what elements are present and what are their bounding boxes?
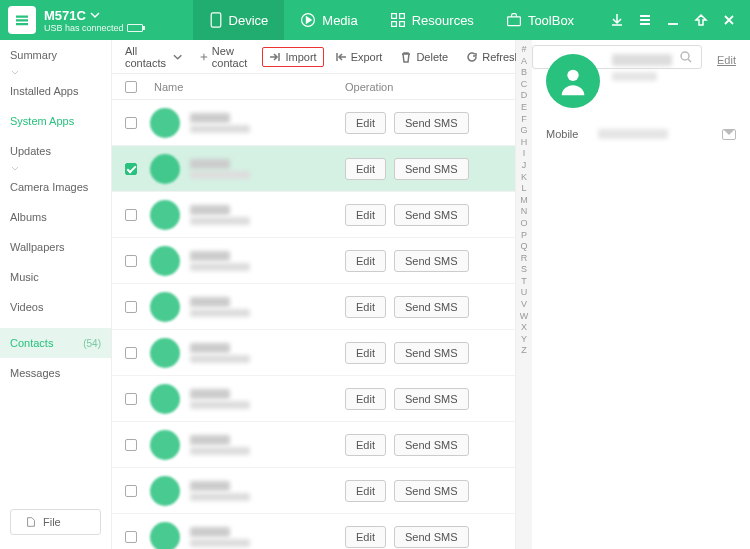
sidebar-item-albums[interactable]: Albums <box>0 202 111 232</box>
sidebar-item-updates[interactable]: Updates <box>0 136 111 166</box>
edit-button[interactable]: Edit <box>345 112 386 134</box>
alpha-H[interactable]: H <box>521 137 528 147</box>
alpha-F[interactable]: F <box>521 114 527 124</box>
alpha-#[interactable]: # <box>521 44 526 54</box>
alpha-V[interactable]: V <box>521 299 527 309</box>
alpha-J[interactable]: J <box>522 160 527 170</box>
download-icon[interactable] <box>610 13 624 27</box>
row-checkbox[interactable] <box>125 209 137 221</box>
alpha-R[interactable]: R <box>521 253 528 263</box>
col-name[interactable]: Name <box>150 81 345 93</box>
maximize-icon[interactable] <box>694 13 708 27</box>
edit-button[interactable]: Edit <box>345 434 386 456</box>
table-row[interactable]: EditSend SMS <box>112 238 515 284</box>
filter-all-contacts[interactable]: All contacts <box>118 41 189 73</box>
send-sms-button[interactable]: Send SMS <box>394 250 469 272</box>
alpha-Y[interactable]: Y <box>521 334 527 344</box>
alpha-G[interactable]: G <box>520 125 527 135</box>
delete-button[interactable]: Delete <box>393 47 455 67</box>
menu-icon[interactable] <box>638 13 652 27</box>
alpha-L[interactable]: L <box>521 183 526 193</box>
import-button[interactable]: Import <box>262 47 323 67</box>
sidebar-item-system-apps[interactable]: System Apps <box>0 106 111 136</box>
send-sms-button[interactable]: Send SMS <box>394 112 469 134</box>
alpha-W[interactable]: W <box>520 311 529 321</box>
edit-button[interactable]: Edit <box>345 388 386 410</box>
chevron-down-icon <box>90 10 100 20</box>
table-row[interactable]: EditSend SMS <box>112 514 515 549</box>
sidebar-item-videos[interactable]: Videos <box>0 292 111 322</box>
table-row[interactable]: EditSend SMS <box>112 192 515 238</box>
nav-device[interactable]: Device <box>193 0 285 40</box>
nav-toolbox[interactable]: ToolBox <box>490 0 590 40</box>
alpha-D[interactable]: D <box>521 90 528 100</box>
alpha-Z[interactable]: Z <box>521 345 527 355</box>
row-checkbox[interactable] <box>125 301 137 313</box>
alpha-K[interactable]: K <box>521 172 527 182</box>
alpha-A[interactable]: A <box>521 56 527 66</box>
mail-icon[interactable] <box>722 129 736 140</box>
edit-button[interactable]: Edit <box>345 296 386 318</box>
edit-contact-link[interactable]: Edit <box>717 54 736 66</box>
export-button[interactable]: Export <box>328 47 390 67</box>
send-sms-button[interactable]: Send SMS <box>394 158 469 180</box>
send-sms-button[interactable]: Send SMS <box>394 480 469 502</box>
nav-media[interactable]: Media <box>284 0 373 40</box>
file-button[interactable]: File <box>10 509 101 535</box>
edit-button[interactable]: Edit <box>345 204 386 226</box>
alpha-T[interactable]: T <box>521 276 527 286</box>
edit-button[interactable]: Edit <box>345 480 386 502</box>
minimize-icon[interactable] <box>666 13 680 27</box>
table-row[interactable]: EditSend SMS <box>112 376 515 422</box>
row-checkbox[interactable] <box>125 439 137 451</box>
alpha-B[interactable]: B <box>521 67 527 77</box>
table-row[interactable]: EditSend SMS <box>112 284 515 330</box>
send-sms-button[interactable]: Send SMS <box>394 204 469 226</box>
device-info[interactable]: M571C USB has connected <box>44 8 143 33</box>
nav-resources[interactable]: Resources <box>374 0 490 40</box>
edit-button[interactable]: Edit <box>345 250 386 272</box>
new-contact-button[interactable]: New contact <box>193 41 258 73</box>
table-row[interactable]: EditSend SMS <box>112 146 515 192</box>
table-row[interactable]: EditSend SMS <box>112 422 515 468</box>
row-checkbox[interactable] <box>125 485 137 497</box>
send-sms-button[interactable]: Send SMS <box>394 434 469 456</box>
close-icon[interactable] <box>722 13 736 27</box>
sidebar-item-messages[interactable]: Messages <box>0 358 111 388</box>
row-checkbox[interactable] <box>125 531 137 543</box>
sidebar-item-music[interactable]: Music <box>0 262 111 292</box>
table-row[interactable]: EditSend SMS <box>112 468 515 514</box>
send-sms-button[interactable]: Send SMS <box>394 388 469 410</box>
send-sms-button[interactable]: Send SMS <box>394 296 469 318</box>
sidebar-item-summary[interactable]: Summary <box>0 40 111 70</box>
edit-button[interactable]: Edit <box>345 342 386 364</box>
row-checkbox[interactable] <box>125 163 137 175</box>
row-checkbox[interactable] <box>125 347 137 359</box>
table-row[interactable]: EditSend SMS <box>112 330 515 376</box>
alpha-Q[interactable]: Q <box>520 241 527 251</box>
alpha-P[interactable]: P <box>521 230 527 240</box>
row-checkbox[interactable] <box>125 117 137 129</box>
svg-rect-0 <box>211 13 221 27</box>
alpha-U[interactable]: U <box>521 287 528 297</box>
select-all-checkbox[interactable] <box>125 81 137 93</box>
alpha-M[interactable]: M <box>520 195 528 205</box>
edit-button[interactable]: Edit <box>345 158 386 180</box>
alpha-X[interactable]: X <box>521 322 527 332</box>
alpha-C[interactable]: C <box>521 79 528 89</box>
alpha-I[interactable]: I <box>523 148 526 158</box>
alpha-O[interactable]: O <box>520 218 527 228</box>
row-checkbox[interactable] <box>125 255 137 267</box>
send-sms-button[interactable]: Send SMS <box>394 342 469 364</box>
sidebar-item-installed-apps[interactable]: Installed Apps <box>0 76 111 106</box>
alpha-S[interactable]: S <box>521 264 527 274</box>
edit-button[interactable]: Edit <box>345 526 386 548</box>
alpha-N[interactable]: N <box>521 206 528 216</box>
sidebar-item-camera-images[interactable]: Camera Images <box>0 172 111 202</box>
sidebar-item-contacts[interactable]: Contacts(54) <box>0 328 111 358</box>
row-checkbox[interactable] <box>125 393 137 405</box>
table-row[interactable]: EditSend SMS <box>112 100 515 146</box>
alpha-E[interactable]: E <box>521 102 527 112</box>
sidebar-item-wallpapers[interactable]: Wallpapers <box>0 232 111 262</box>
send-sms-button[interactable]: Send SMS <box>394 526 469 548</box>
